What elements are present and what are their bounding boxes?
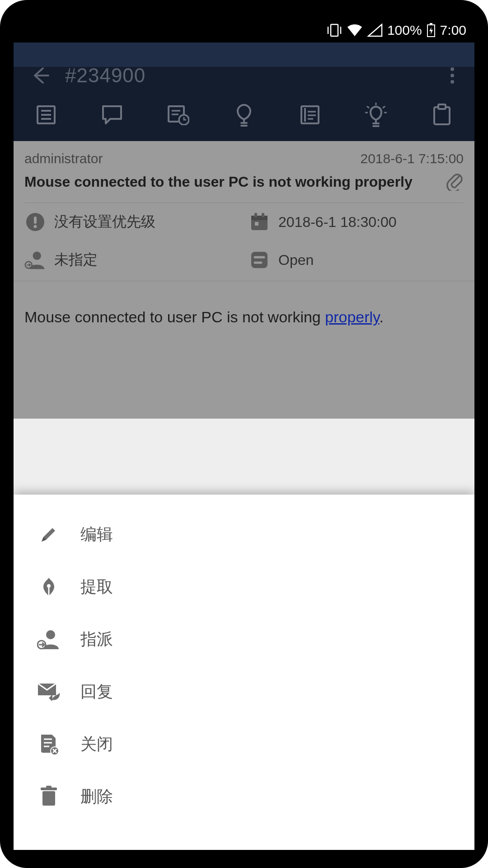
trash-icon (36, 784, 61, 809)
svg-rect-4 (430, 23, 432, 25)
svg-point-5 (450, 67, 454, 71)
tab-history[interactable] (159, 100, 197, 129)
screen: 100% 7:00 #234900 (14, 18, 474, 850)
svg-rect-32 (251, 216, 267, 220)
assignee-value: 未指定 (54, 250, 98, 270)
due-date-value: 2018-6-1 18:30:00 (278, 214, 397, 231)
action-delete[interactable]: 删除 (14, 770, 474, 823)
priority-value: 没有设置优先级 (54, 212, 155, 232)
svg-rect-35 (255, 222, 258, 226)
page-title: #234900 (56, 64, 441, 87)
status-value: Open (278, 252, 314, 269)
assignee-field[interactable]: 未指定 (24, 249, 239, 271)
action-assign[interactable]: 指派 (14, 613, 474, 665)
close-document-icon (36, 731, 61, 757)
priority-field[interactable]: 没有设置优先级 (24, 211, 239, 233)
action-label: 编辑 (80, 524, 113, 546)
action-edit[interactable]: 编辑 (14, 508, 474, 561)
tab-resolution[interactable] (225, 100, 263, 129)
svg-rect-27 (438, 104, 446, 109)
ticket-content: administrator 2018-6-1 7:15:00 Mouse con… (14, 141, 474, 419)
action-label: 删除 (80, 786, 113, 808)
svg-rect-54 (46, 786, 52, 788)
svg-rect-33 (254, 213, 257, 217)
ticket-reporter: administrator (24, 151, 103, 166)
attachment-icon[interactable] (446, 171, 464, 193)
svg-line-23 (383, 106, 385, 108)
svg-rect-29 (34, 217, 37, 224)
svg-rect-38 (251, 252, 267, 268)
reply-mail-icon (36, 679, 61, 704)
pencil-icon (36, 522, 61, 547)
svg-point-7 (450, 80, 454, 84)
assign-person-icon (24, 249, 46, 271)
battery-charging-icon (427, 23, 436, 38)
status-field[interactable]: Open (249, 249, 464, 271)
tab-solutions[interactable] (357, 100, 395, 129)
clock: 7:00 (440, 23, 466, 38)
vibrate-icon (327, 24, 342, 37)
action-label: 关闭 (80, 733, 113, 755)
calendar-icon (249, 211, 270, 233)
svg-line-22 (367, 106, 369, 108)
svg-point-30 (34, 225, 37, 228)
status-bar: 100% 7:00 (14, 18, 474, 42)
tab-row (14, 96, 474, 141)
svg-rect-0 (331, 24, 338, 36)
action-label: 回复 (80, 681, 113, 703)
action-close[interactable]: 关闭 (14, 718, 474, 770)
svg-point-36 (33, 252, 41, 260)
svg-rect-52 (42, 791, 55, 806)
assign-person-icon (36, 627, 61, 652)
tab-tasks[interactable] (423, 100, 461, 129)
device-frame: 100% 7:00 #234900 (0, 0, 488, 868)
body-text-prefix: Mouse connected to user PC is not workin… (24, 308, 325, 326)
ticket-created-date: 2018-6-1 7:15:00 (360, 151, 464, 166)
action-pickup[interactable]: 提取 (14, 561, 474, 613)
action-label: 提取 (80, 576, 113, 598)
ticket-description: Mouse connected to user PC is not workin… (14, 281, 474, 419)
overflow-menu-button[interactable] (441, 66, 464, 85)
status-icon (249, 249, 270, 271)
svg-point-6 (450, 74, 454, 77)
svg-rect-34 (262, 213, 264, 217)
alert-circle-icon (24, 211, 46, 233)
action-bottom-sheet: 编辑 提取 指派 回复 关闭 (14, 495, 474, 850)
pen-nib-icon (36, 574, 61, 599)
tab-conversation[interactable] (93, 100, 131, 129)
cell-signal-icon (367, 24, 383, 37)
svg-point-41 (47, 584, 51, 588)
tab-notes[interactable] (291, 100, 329, 129)
tab-details[interactable] (27, 100, 65, 129)
body-link[interactable]: properly (325, 308, 379, 326)
battery-level: 100% (387, 23, 422, 38)
app-header: #234900 (14, 42, 474, 141)
ticket-subject: Mouse connected to the user PC is not wo… (24, 174, 438, 190)
svg-point-43 (46, 630, 55, 639)
action-label: 指派 (80, 628, 113, 651)
body-text-suffix: . (380, 308, 384, 326)
back-button[interactable] (24, 66, 56, 85)
wifi-icon (347, 24, 363, 37)
action-reply[interactable]: 回复 (14, 665, 474, 718)
due-date-field[interactable]: 2018-6-1 18:30:00 (249, 211, 464, 233)
